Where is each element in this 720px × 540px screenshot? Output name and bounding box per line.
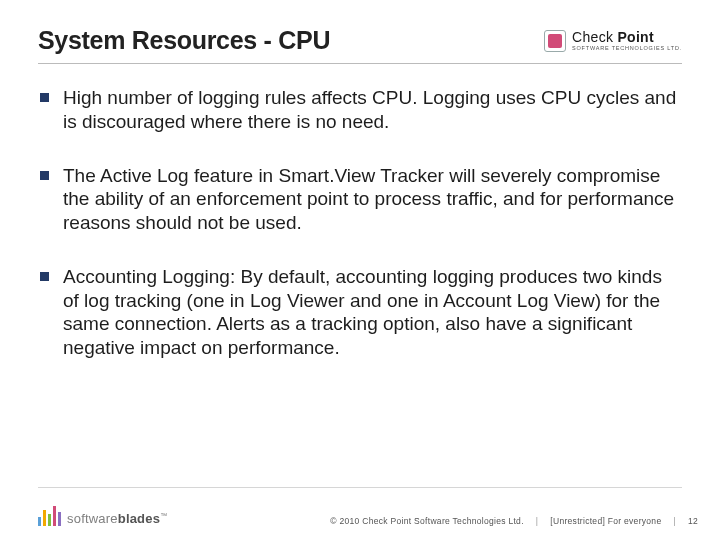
bullet-text: High number of logging rules affects CPU… — [63, 86, 682, 134]
footer-divider — [38, 487, 682, 488]
product-name-bold: blades — [118, 511, 160, 526]
product-name-prefix: software — [67, 511, 118, 526]
footer-meta: © 2010 Check Point Software Technologies… — [330, 516, 698, 526]
square-bullet-icon — [40, 171, 49, 180]
checkpoint-icon — [544, 30, 566, 52]
classification-text: [Unrestricted] For everyone — [550, 516, 661, 526]
list-item: The Active Log feature in Smart.View Tra… — [38, 164, 682, 235]
bars-icon — [38, 506, 61, 526]
square-bullet-icon — [40, 272, 49, 281]
slide-header: System Resources - CPU Check Point SOFTW… — [38, 26, 682, 55]
separator: | — [673, 516, 676, 526]
copyright-text: © 2010 Check Point Software Technologies… — [330, 516, 524, 526]
product-name: softwareblades™ — [67, 511, 167, 526]
trademark-symbol: ™ — [160, 512, 167, 519]
brand-logo-text: Check Point SOFTWARE TECHNOLOGIES LTD. — [572, 30, 682, 52]
slide-title: System Resources - CPU — [38, 26, 330, 55]
brand-name: Check Point — [572, 30, 682, 44]
bullet-list: High number of logging rules affects CPU… — [38, 86, 682, 360]
list-item: High number of logging rules affects CPU… — [38, 86, 682, 134]
bullet-text: Accounting Logging: By default, accounti… — [63, 265, 682, 360]
square-bullet-icon — [40, 93, 49, 102]
brand-tagline: SOFTWARE TECHNOLOGIES LTD. — [572, 46, 682, 52]
slide-footer: softwareblades™ © 2010 Check Point Softw… — [0, 506, 720, 526]
product-logo: softwareblades™ — [38, 506, 167, 526]
separator: | — [536, 516, 539, 526]
brand-logo: Check Point SOFTWARE TECHNOLOGIES LTD. — [544, 30, 682, 52]
slide-body: High number of logging rules affects CPU… — [38, 64, 682, 360]
page-number: 12 — [688, 516, 698, 526]
list-item: Accounting Logging: By default, accounti… — [38, 265, 682, 360]
slide: System Resources - CPU Check Point SOFTW… — [0, 0, 720, 540]
brand-name-prefix: Check — [572, 29, 617, 45]
brand-name-bold: Point — [617, 29, 654, 45]
bullet-text: The Active Log feature in Smart.View Tra… — [63, 164, 682, 235]
